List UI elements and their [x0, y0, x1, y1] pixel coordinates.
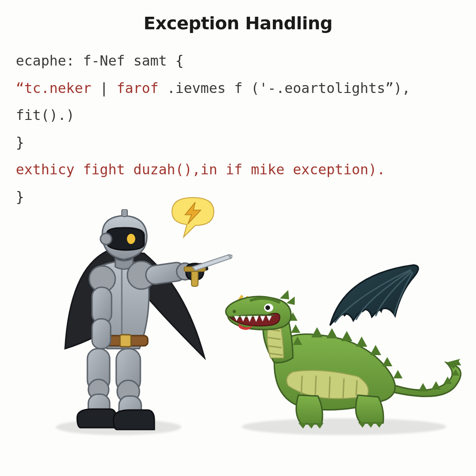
svg-point-33: [233, 310, 236, 313]
page-title: Exception Handling: [0, 0, 476, 38]
code-token: “tc.neker: [16, 80, 92, 96]
code-token: samt: [133, 53, 167, 69]
illustration: [0, 195, 476, 437]
code-line-1: ecaphe: f-Nef samt {: [16, 47, 460, 75]
svg-rect-12: [92, 287, 112, 324]
svg-line-24: [329, 377, 330, 399]
code-token: fight duzah(),in: [83, 161, 218, 178]
code-line-2: “tc.neker | farof .ievmes f ('-.eoartoli…: [16, 75, 460, 129]
code-token: ecaphe:: [16, 53, 74, 69]
svg-rect-10: [120, 335, 131, 347]
code-token: if: [226, 161, 243, 178]
svg-line-25: [343, 378, 344, 398]
code-token: f-Nef: [83, 53, 125, 69]
svg-rect-20: [192, 270, 198, 286]
code-token: {: [175, 53, 184, 69]
svg-rect-16: [122, 209, 127, 217]
svg-point-15: [100, 233, 112, 245]
code-token: .ievmes: [167, 80, 225, 96]
code-snippet: ecaphe: f-Nef samt { “tc.neker | farof .…: [0, 38, 476, 211]
code-token: |: [100, 80, 108, 96]
knight-icon: [37, 209, 232, 432]
code-line-3: }: [16, 129, 460, 157]
code-token: farof: [117, 80, 159, 96]
code-token: exthicy: [16, 161, 74, 178]
svg-rect-13: [92, 319, 111, 349]
svg-line-26: [356, 380, 357, 396]
code-line-4: exthicy fight duzah(),in if mike excepti…: [16, 156, 460, 184]
code-token: }: [16, 134, 24, 151]
code-token: f ('-.eoartolights”),: [234, 80, 410, 96]
dragon-icon: [218, 246, 469, 442]
svg-line-23: [315, 376, 316, 398]
code-token: fit().): [16, 107, 74, 123]
code-token: mike exception).: [251, 161, 385, 178]
svg-point-14: [127, 234, 135, 244]
svg-point-32: [265, 305, 270, 310]
svg-line-22: [301, 376, 302, 394]
